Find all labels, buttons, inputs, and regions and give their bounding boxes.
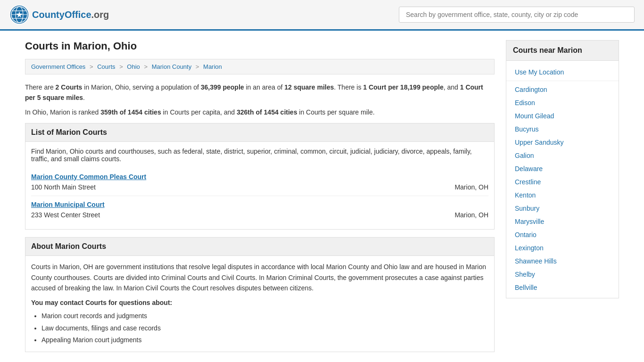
sidebar-item-mount-gilead[interactable]: Mount Gilead <box>506 109 619 123</box>
site-header: CountyOffice.org <box>0 0 644 31</box>
breadcrumb-sep-3: > <box>144 63 148 70</box>
sidebar-item-shawnee-hills[interactable]: Shawnee Hills <box>506 255 619 268</box>
logo-text: CountyOffice.org <box>32 9 109 20</box>
sidebar-item-upper-sandusky[interactable]: Upper Sandusky <box>506 136 619 149</box>
sidebar-content: Use My Location Cardington Edison Mount … <box>506 61 619 298</box>
about-section-header: About Marion Courts <box>25 237 495 256</box>
desc-population: 36,399 people <box>201 83 244 91</box>
court-1-city: Marion, OH <box>454 183 488 191</box>
contact-list: Marion court records and judgments Law d… <box>31 310 488 346</box>
use-location-link[interactable]: Use My Location <box>515 68 564 76</box>
list-section-content: Find Marion, Ohio courts and courthouses… <box>25 142 495 230</box>
use-location-item[interactable]: Use My Location <box>506 65 619 81</box>
main-container: Courts in Marion, Ohio Government Office… <box>16 31 628 362</box>
sidebar-item-lexington[interactable]: Lexington <box>506 241 619 255</box>
desc-intro: There are <box>25 83 56 91</box>
about-section-content: Courts in Marion, OH are government inst… <box>25 256 495 352</box>
sidebar-item-sunbury[interactable]: Sunbury <box>506 202 619 215</box>
contact-item-1: Marion court records and judgments <box>41 310 488 322</box>
desc-area: 12 square miles <box>284 83 334 91</box>
sidebar-item-shelby[interactable]: Shelby <box>506 268 619 281</box>
description-para-2: In Ohio, Marion is ranked 359th of 1454 … <box>25 107 495 117</box>
contact-item-2: Law documents, filings and case records <box>41 322 488 334</box>
desc-period: . <box>83 94 85 101</box>
breadcrumb-gov-offices[interactable]: Government Offices <box>31 63 85 70</box>
sidebar: Courts near Marion Use My Location Cardi… <box>506 40 619 360</box>
page-title: Courts in Marion, Ohio <box>25 40 495 52</box>
sidebar-item-marysville[interactable]: Marysville <box>506 215 619 228</box>
sidebar-item-delaware[interactable]: Delaware <box>506 162 619 175</box>
desc-rank2: 326th of 1454 cities <box>237 108 297 116</box>
breadcrumb-sep-4: > <box>196 63 199 70</box>
list-section-header: List of Marion Courts <box>25 123 495 142</box>
court-2-address: 233 West Center Street <box>31 211 453 219</box>
contact-heading: You may contact Courts for questions abo… <box>31 299 488 306</box>
description-block: There are 2 Courts in Marion, Ohio, serv… <box>25 82 495 117</box>
breadcrumb-ohio[interactable]: Ohio <box>127 63 140 70</box>
sidebar-item-bellville[interactable]: Bellville <box>506 281 619 294</box>
court-1-name[interactable]: Marion County Common Pleas Court <box>31 173 488 181</box>
breadcrumb-marion-county[interactable]: Marion County <box>152 63 192 70</box>
logo-area[interactable]: CountyOffice.org <box>9 5 109 25</box>
court-2-city: Marion, OH <box>454 211 488 219</box>
contact-item-3: Appealing Marion court judgments <box>41 334 488 346</box>
breadcrumb-courts[interactable]: Courts <box>97 63 115 70</box>
desc-courts-count: 2 Courts <box>56 83 83 91</box>
court-item-2: Marion Municipal Court 233 West Center S… <box>31 196 488 223</box>
sidebar-item-crestline[interactable]: Crestline <box>506 175 619 189</box>
desc-area-intro: in an area of <box>244 83 285 91</box>
court-2-name[interactable]: Marion Municipal Court <box>31 201 488 208</box>
desc-and: , and <box>444 83 460 91</box>
breadcrumb-marion[interactable]: Marion <box>203 63 222 70</box>
logo-icon <box>9 5 29 25</box>
desc-court-per-pop-intro: . There is <box>334 83 363 91</box>
desc-court-per-pop: 1 Court per 18,199 people <box>363 83 443 91</box>
breadcrumb: Government Offices > Courts > Ohio > Mar… <box>25 59 495 74</box>
court-item-1: Marion County Common Pleas Court 100 Nor… <box>31 168 488 196</box>
sidebar-title: Courts near Marion <box>506 40 619 61</box>
desc-rank2-context: in Courts per square mile. <box>297 108 374 116</box>
description-para-1: There are 2 Courts in Marion, Ohio, serv… <box>25 82 495 103</box>
sidebar-item-kenton[interactable]: Kenton <box>506 189 619 202</box>
sidebar-item-ontario[interactable]: Ontario <box>506 228 619 241</box>
main-content: Courts in Marion, Ohio Government Office… <box>25 40 495 360</box>
court-1-address: 100 North Main Street <box>31 183 453 191</box>
desc-in-city: in Marion, Ohio, serving a population of <box>82 83 200 91</box>
desc-rank1: 359th of 1454 cities <box>100 108 161 116</box>
sidebar-item-bucyrus[interactable]: Bucyrus <box>506 123 619 136</box>
list-description: Find Marion, Ohio courts and courthouses… <box>31 148 488 163</box>
sidebar-item-cardington[interactable]: Cardington <box>506 83 619 96</box>
breadcrumb-sep-1: > <box>90 63 93 70</box>
desc-rank1-context: in Courts per capita, and <box>161 108 237 116</box>
sidebar-item-galion[interactable]: Galion <box>506 149 619 162</box>
breadcrumb-sep-2: > <box>119 63 123 70</box>
sidebar-item-edison[interactable]: Edison <box>506 96 619 109</box>
search-input[interactable] <box>399 7 635 23</box>
about-text: Courts in Marion, OH are government inst… <box>31 262 488 293</box>
